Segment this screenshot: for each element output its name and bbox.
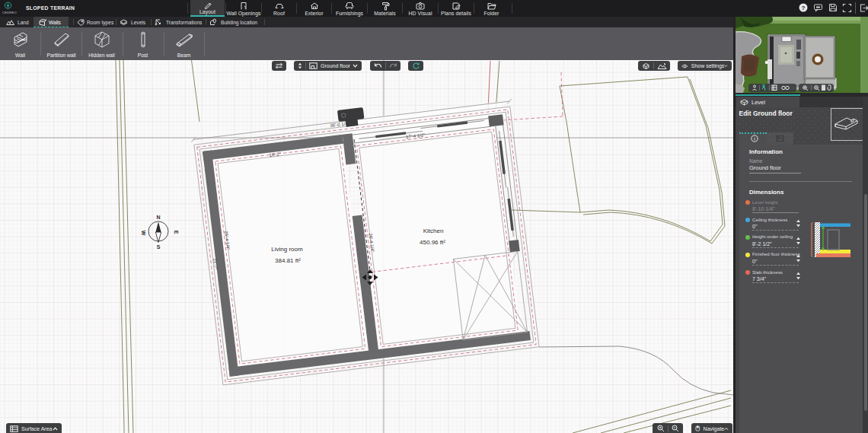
svg-text:384.81 ft²: 384.81 ft² bbox=[275, 257, 301, 264]
svg-text:450.96 ft²: 450.96 ft² bbox=[420, 239, 445, 246]
svg-text:Kitchen: Kitchen bbox=[423, 228, 444, 234]
svg-text:N: N bbox=[156, 215, 160, 220]
svg-text:E: E bbox=[174, 231, 179, 234]
svg-text:W: W bbox=[141, 231, 146, 236]
svg-text:?: ? bbox=[802, 5, 806, 11]
svg-text:S: S bbox=[157, 244, 161, 250]
svg-text:Living room: Living room bbox=[271, 246, 303, 253]
